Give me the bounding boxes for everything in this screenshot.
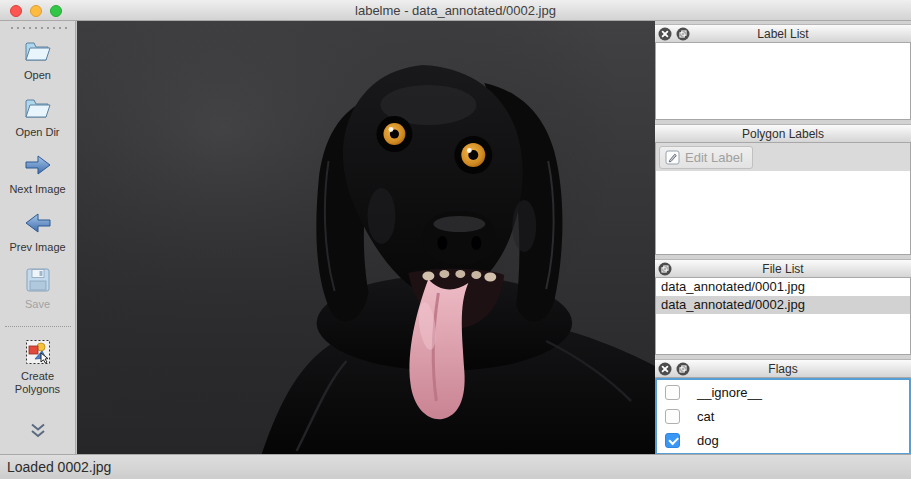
folder-open-icon (23, 36, 53, 66)
checkbox-checked-icon[interactable] (665, 433, 680, 448)
float-icon[interactable] (658, 262, 672, 276)
flags-header: Flags (655, 359, 911, 378)
file-list-title: File List (762, 262, 803, 276)
next-image-button[interactable]: Next Image (9, 150, 65, 196)
annotation-canvas[interactable] (76, 21, 655, 454)
window-title: labelme - data_annotated/0002.jpg (355, 3, 556, 18)
toolbar-item-label: Save (25, 298, 50, 311)
folder-open-dir-icon (23, 93, 53, 123)
toolbar-item-label: Open (24, 69, 51, 82)
float-icon[interactable] (676, 27, 690, 41)
flags-title: Flags (768, 362, 797, 376)
file-list-item[interactable]: data_annotated/0002.jpg (656, 296, 910, 314)
toolbar-overflow-button[interactable] (29, 423, 47, 442)
arrow-left-icon (24, 208, 52, 238)
label-list (655, 43, 911, 120)
toolbar-item-label: Create Polygons (3, 370, 73, 396)
flags-list: __ignore__ cat dog (655, 378, 911, 455)
floppy-disk-icon (24, 265, 52, 295)
chevron-double-down-icon (29, 423, 47, 438)
flag-item[interactable]: cat (657, 404, 909, 428)
file-list-header: File List (655, 259, 911, 278)
edit-label-button[interactable]: Edit Label (659, 146, 753, 169)
close-icon[interactable] (658, 27, 672, 41)
labelme-window: labelme - data_annotated/0002.jpg Open (0, 0, 911, 479)
pencil-icon (665, 150, 680, 165)
zoom-window-button[interactable] (50, 5, 62, 17)
close-window-button[interactable] (10, 5, 22, 17)
titlebar: labelme - data_annotated/0002.jpg (0, 0, 911, 21)
status-bar: Loaded 0002.jpg (0, 454, 911, 479)
checkbox-unchecked-icon[interactable] (665, 385, 680, 400)
create-polygons-button[interactable]: Create Polygons (3, 337, 73, 396)
polygon-labels-list (655, 171, 911, 255)
open-button[interactable]: Open (23, 36, 53, 82)
toolbar-separator (5, 326, 71, 327)
label-list-header: Label List (655, 24, 911, 43)
flag-item[interactable]: __ignore__ (657, 380, 909, 404)
arrow-right-icon (24, 150, 52, 180)
toolbar-drag-handle[interactable] (9, 26, 67, 30)
toolbar-item-label: Open Dir (15, 126, 59, 139)
checkbox-unchecked-icon[interactable] (665, 409, 680, 424)
flag-label: cat (697, 409, 714, 424)
polygon-labels-toolbar: Edit Label (655, 143, 911, 171)
flag-label: dog (697, 433, 719, 448)
dog-photo (77, 21, 655, 454)
label-list-title: Label List (757, 27, 808, 41)
toolbar-item-label: Prev Image (9, 241, 65, 254)
prev-image-button[interactable]: Prev Image (9, 208, 65, 254)
status-message: Loaded 0002.jpg (7, 459, 111, 475)
minimize-window-button[interactable] (30, 5, 42, 17)
flag-item[interactable]: dog (657, 428, 909, 452)
traffic-lights (10, 5, 62, 17)
file-list-item[interactable]: data_annotated/0001.jpg (656, 278, 910, 296)
edit-label-text: Edit Label (685, 150, 743, 165)
file-list: data_annotated/0001.jpg data_annotated/0… (655, 278, 911, 355)
save-button[interactable]: Save (24, 265, 52, 311)
float-icon[interactable] (676, 362, 690, 376)
dock-panel: Label List Polygon Labels Edit Label (655, 21, 911, 454)
create-polygons-icon (25, 337, 51, 367)
toolbar-item-label: Next Image (9, 183, 65, 196)
close-icon[interactable] (658, 362, 672, 376)
polygon-labels-title: Polygon Labels (742, 127, 824, 141)
flag-label: __ignore__ (697, 385, 762, 400)
toolbar: Open Open Dir (0, 21, 76, 454)
polygon-labels-header: Polygon Labels (655, 124, 911, 143)
open-dir-button[interactable]: Open Dir (15, 93, 59, 139)
